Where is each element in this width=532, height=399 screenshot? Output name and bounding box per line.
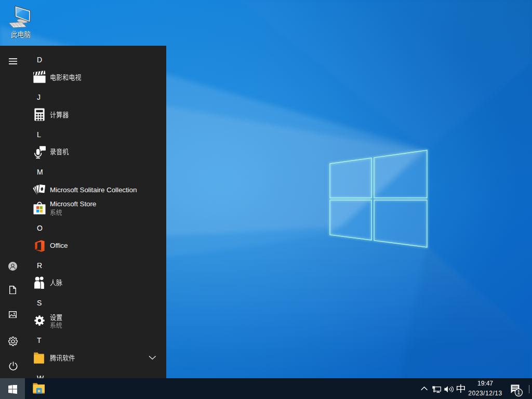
svg-text:1: 1: [517, 389, 520, 395]
